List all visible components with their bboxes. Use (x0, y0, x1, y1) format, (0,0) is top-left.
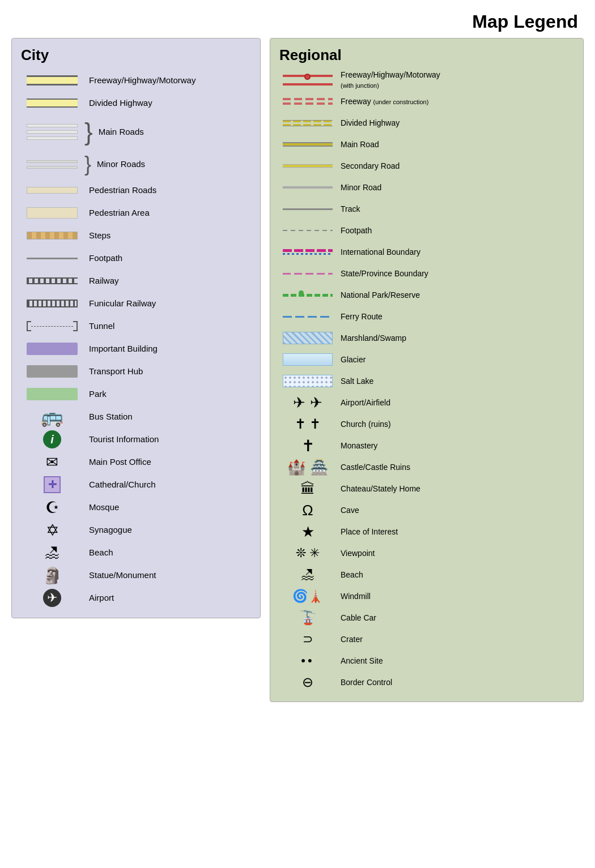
list-item: State/Province Boundary (279, 263, 574, 284)
list-item: ❊ ✳ Viewpoint (279, 543, 574, 563)
pedestrian-roads-label: Pedestrian Roads (89, 185, 156, 196)
reg-track-label: Track (341, 204, 360, 214)
post-office-label: Main Post Office (89, 456, 151, 468)
reg-marshland-label: Marshland/Swamp (341, 333, 406, 343)
list-item: Marshland/Swamp (279, 328, 574, 348)
list-item: Minor Road (279, 177, 574, 198)
reg-airport-symbol: ✈ ✈ (279, 394, 336, 412)
railway-symbol (21, 277, 83, 284)
reg-poi-symbol: ★ (279, 523, 336, 541)
minor-roads-label: Minor Roads (97, 159, 145, 170)
pedestrian-roads-symbol (21, 187, 83, 194)
beach-symbol: 🏖 (21, 544, 83, 562)
page-title: Map Legend (11, 11, 584, 32)
railway-label: Railway (89, 275, 119, 287)
reg-cave-label: Cave (341, 505, 359, 515)
reg-freeway-junction-symbol (279, 75, 336, 85)
steps-label: Steps (89, 230, 110, 241)
list-item: Glacier (279, 349, 574, 370)
reg-national-park-symbol (279, 289, 336, 301)
reg-crater-symbol: ⊃ (279, 632, 336, 647)
list-item: Secondary Road (279, 156, 574, 176)
list-item: 🏖 Beach (21, 542, 251, 563)
reg-chateau-label: Chateau/Stately Home (341, 484, 420, 494)
list-item: Footpath (279, 220, 574, 241)
reg-state-boundary-symbol (279, 273, 336, 275)
reg-castle-label: Castle/Castle Ruins (341, 462, 410, 472)
list-item: Important Building (21, 338, 251, 360)
airport-symbol: ✈ (21, 589, 83, 607)
list-item: Funicular Railway (21, 293, 251, 314)
list-item: 🏰 🏯 Castle/Castle Ruins (279, 457, 574, 477)
list-item: 🌀🗼 Windmill (279, 586, 574, 606)
synagogue-symbol: ✡ (21, 521, 83, 540)
list-item: National Park/Reserve (279, 285, 574, 305)
list-item: Pedestrian Roads (21, 179, 251, 201)
reg-beach-symbol: 🏖 (279, 567, 336, 583)
list-item: } Main Roads (21, 115, 251, 149)
mosque-label: Mosque (89, 502, 119, 513)
pedestrian-area-label: Pedestrian Area (89, 207, 150, 219)
list-item: •• Ancient Site (279, 651, 574, 671)
bus-station-symbol: 🚌 (21, 406, 83, 427)
list-item: ✝ Monastery (279, 435, 574, 456)
list-item: ✈ Airport (21, 587, 251, 609)
reg-freeway-junction-label: Freeway/Highway/Motorway(with junction) (341, 70, 440, 90)
divided-hwy-symbol (21, 99, 83, 108)
list-item: ★ Place of Interest (279, 521, 574, 542)
reg-castle-symbol: 🏰 🏯 (279, 459, 336, 476)
reg-intl-boundary-symbol (279, 249, 336, 255)
list-item: i Tourist Information (21, 429, 251, 450)
reg-footpath-label: Footpath (341, 225, 372, 236)
list-item: ✛ Cathedral/Church (21, 474, 251, 495)
airport-label: Airport (89, 592, 114, 604)
list-item: ☪ Mosque (21, 497, 251, 518)
tourist-info-label: Tourist Information (89, 434, 159, 445)
list-item: Freeway (under construction) (279, 91, 574, 112)
list-item: Pedestrian Area (21, 202, 251, 224)
list-item: 🗿 Statue/Monument (21, 565, 251, 586)
reg-beach-label: Beach (341, 570, 363, 580)
list-item: Tunnel (21, 315, 251, 337)
reg-church-symbol: ✝ ✝ (279, 416, 336, 432)
reg-border-label: Border Control (341, 677, 392, 687)
freeway-symbol (21, 75, 83, 85)
footpath-label: Footpath (89, 253, 122, 264)
reg-footpath-symbol (279, 230, 336, 231)
reg-glacier-symbol (279, 353, 336, 366)
list-item: ⊖ Border Control (279, 672, 574, 692)
reg-secondary-road-label: Secondary Road (341, 161, 400, 171)
reg-border-symbol: ⊖ (279, 674, 336, 690)
reg-main-road-label: Main Road (341, 139, 379, 149)
park-label: Park (89, 388, 107, 400)
post-office-symbol: ✉ (21, 454, 83, 471)
divided-hwy-label: Divided Highway (89, 97, 152, 109)
list-item: 🚌 Bus Station (21, 406, 251, 427)
transport-hub-label: Transport Hub (89, 366, 143, 377)
reg-freeway-construction-label: Freeway (under construction) (341, 96, 428, 106)
reg-ancient-symbol: •• (279, 653, 336, 668)
list-item: 🏛 Chateau/Stately Home (279, 478, 574, 499)
freeway-label: Freeway/Highway/Motorway (89, 75, 196, 86)
reg-monastery-symbol: ✝ (279, 437, 336, 455)
reg-marshland-symbol (279, 332, 336, 344)
list-item: 🏖 Beach (279, 565, 574, 585)
footpath-symbol (21, 258, 83, 259)
reg-ancient-label: Ancient Site (341, 656, 383, 666)
steps-symbol (21, 232, 83, 240)
reg-cave-symbol: Ω (279, 502, 336, 519)
cathedral-symbol: ✛ (21, 476, 83, 493)
city-panel: City Freeway/Highway/Motorway Divided Hi… (11, 38, 261, 618)
minor-roads-symbol (21, 160, 83, 169)
list-item: ✝ ✝ Church (ruins) (279, 414, 574, 434)
list-item: ✈ ✈ Airport/Airfield (279, 392, 574, 413)
reg-viewpoint-symbol: ❊ ✳ (279, 546, 336, 561)
pedestrian-area-symbol (21, 207, 83, 219)
reg-salt-lake-symbol (279, 375, 336, 387)
reg-secondary-road-symbol (279, 164, 336, 168)
reg-salt-lake-label: Salt Lake (341, 376, 373, 386)
regional-section-title: Regional (279, 46, 574, 64)
reg-church-label: Church (ruins) (341, 419, 391, 429)
list-item: Footpath (21, 247, 251, 269)
tunnel-symbol (21, 321, 83, 331)
